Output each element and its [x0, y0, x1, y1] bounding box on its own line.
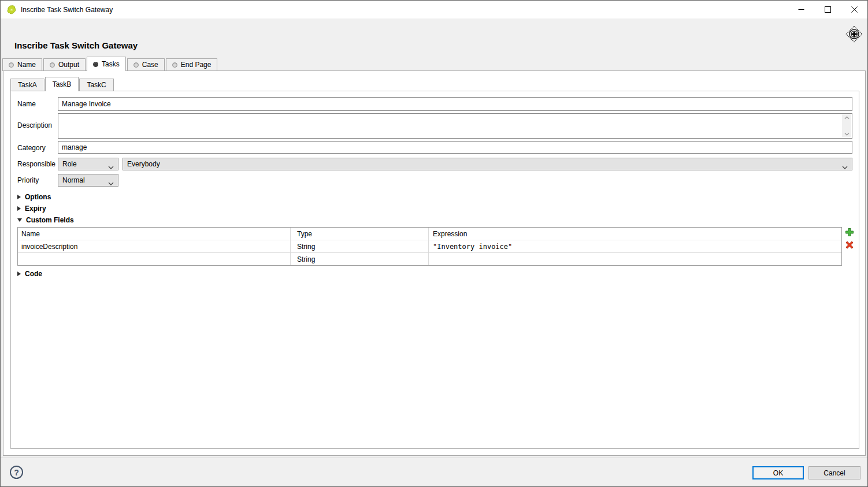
tab-radio-icon — [9, 62, 14, 68]
tab-label: Tasks — [102, 60, 120, 68]
custom-fields-table: Name Type Expression invoiceDescription … — [17, 227, 842, 266]
expanded-arrow-icon — [17, 218, 22, 222]
responsible-member-value: Everybody — [127, 160, 160, 168]
description-scrollbar[interactable] — [842, 114, 851, 137]
tab-output[interactable]: Output — [43, 58, 86, 71]
tab-radio-icon — [133, 62, 139, 68]
tab-label: Name — [17, 61, 36, 69]
collapsed-arrow-icon — [17, 195, 21, 199]
section-options[interactable]: Options — [17, 193, 51, 201]
section-expiry[interactable]: Expiry — [17, 205, 46, 213]
page-title: Inscribe Task Switch Gateway — [14, 40, 138, 50]
tab-tasks[interactable]: Tasks — [87, 57, 126, 71]
priority-select[interactable]: Normal — [58, 174, 118, 187]
chevron-down-icon — [108, 163, 114, 171]
cell-name[interactable]: invoiceDescription — [18, 240, 291, 252]
tab-end-page[interactable]: End Page — [166, 58, 218, 71]
window-titlebar: Inscribe Task Switch Gateway — [1, 1, 867, 18]
table-row[interactable]: invoiceDescription String "Inventory inv… — [18, 240, 841, 253]
dialog-header: Inscribe Task Switch Gateway — [1, 18, 867, 58]
task-tab-bar: TaskA TaskB TaskC — [10, 77, 114, 91]
cell-name[interactable] — [18, 253, 291, 265]
question-mark-icon: ? — [14, 468, 19, 477]
responsible-type-value: Role — [62, 160, 77, 168]
tab-label: Output — [58, 61, 79, 69]
category-input[interactable] — [58, 141, 852, 154]
description-label: Description — [17, 121, 52, 129]
minimize-button[interactable] — [788, 1, 814, 18]
tab-taskc[interactable]: TaskC — [79, 79, 113, 91]
tab-radio-icon — [50, 62, 55, 68]
add-field-button[interactable] — [845, 228, 854, 237]
column-header-expression: Expression — [429, 228, 841, 240]
tab-taskb[interactable]: TaskB — [45, 77, 79, 91]
cell-expression[interactable]: "Inventory invoice" — [429, 240, 841, 252]
name-input[interactable] — [58, 97, 852, 111]
tab-radio-icon — [172, 62, 177, 68]
cell-type[interactable]: String — [291, 240, 429, 252]
tab-radio-icon — [93, 62, 98, 67]
tab-label: Case — [142, 61, 158, 69]
description-input[interactable] — [58, 113, 852, 139]
taskb-panel: Name Description Category Responsible Ro… — [10, 91, 859, 449]
cell-expression[interactable] — [429, 253, 841, 265]
column-header-type: Type — [291, 228, 429, 240]
priority-label: Priority — [17, 176, 39, 184]
plus-icon — [845, 228, 854, 237]
scroll-down-icon[interactable] — [844, 132, 850, 136]
maximize-button[interactable] — [814, 1, 841, 18]
main-tab-bar: Name Output Tasks Case End Page — [2, 58, 218, 71]
chevron-down-icon — [108, 179, 114, 187]
scroll-up-icon[interactable] — [844, 116, 850, 120]
collapsed-arrow-icon — [17, 206, 21, 211]
responsible-type-select[interactable]: Role — [58, 158, 118, 170]
tasks-tab-panel: TaskA TaskB TaskC Name Description Categ… — [3, 70, 866, 456]
task-switch-gateway-icon — [845, 25, 863, 43]
table-row[interactable]: String — [18, 253, 841, 265]
inscription-dialog: Inscribe Task Switch Gateway Inscribe Ta… — [0, 0, 868, 487]
cancel-button[interactable]: Cancel — [808, 466, 860, 479]
category-label: Category — [17, 144, 46, 152]
table-header-row: Name Type Expression — [18, 228, 841, 240]
delete-x-icon — [845, 240, 854, 250]
priority-value: Normal — [62, 176, 85, 184]
tab-taska[interactable]: TaskA — [10, 79, 44, 91]
help-button[interactable]: ? — [10, 466, 23, 479]
column-header-name: Name — [18, 228, 291, 240]
collapsed-arrow-icon — [17, 272, 21, 276]
responsible-label: Responsible — [17, 160, 55, 168]
dialog-footer: ? OK Cancel — [1, 458, 867, 487]
ok-button[interactable]: OK — [752, 466, 804, 479]
window-title: Inscribe Task Switch Gateway — [21, 6, 113, 14]
app-icon — [7, 5, 16, 14]
name-label: Name — [17, 100, 36, 108]
section-code[interactable]: Code — [17, 270, 42, 278]
tab-case[interactable]: Case — [127, 58, 165, 71]
chevron-down-icon — [842, 163, 848, 171]
delete-field-button[interactable] — [845, 240, 854, 250]
cell-type[interactable]: String — [291, 253, 429, 265]
tab-label: End Page — [181, 61, 212, 69]
tab-name[interactable]: Name — [2, 58, 42, 71]
section-custom-fields[interactable]: Custom Fields — [17, 216, 74, 224]
responsible-member-select[interactable]: Everybody — [123, 158, 852, 170]
close-button[interactable] — [841, 1, 867, 18]
